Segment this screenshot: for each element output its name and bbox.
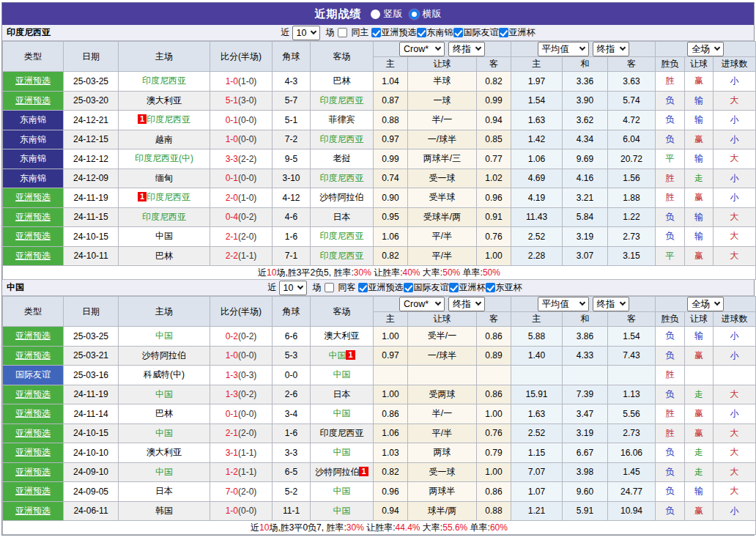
away-team-name[interactable]: 中国 xyxy=(328,350,346,360)
league-type-badge[interactable]: 亚洲预选 xyxy=(3,247,63,266)
home-team-name[interactable]: 巴林 xyxy=(155,408,173,418)
league-type-badge[interactable]: 亚洲预选 xyxy=(3,188,63,207)
away-team-name[interactable]: 老挝 xyxy=(333,153,351,163)
league-type-badge[interactable]: 亚洲预选 xyxy=(3,385,63,404)
league-type-badge[interactable]: 亚洲预选 xyxy=(3,92,63,111)
away-team-name[interactable]: 印度尼西亚 xyxy=(320,134,364,144)
away-team-name[interactable]: 中国 xyxy=(333,369,351,380)
away-team-name[interactable]: 中国 xyxy=(333,486,351,496)
fulltime-score[interactable]: 2-1 xyxy=(226,232,238,242)
home-team-name[interactable]: 印度尼西亚 xyxy=(142,75,186,86)
away-team-name[interactable]: 印度尼西亚 xyxy=(320,231,364,241)
home-team-name[interactable]: 越南 xyxy=(155,134,173,144)
home-team-name[interactable]: 中国 xyxy=(155,467,173,477)
home-team-name[interactable]: 巴林 xyxy=(155,251,173,261)
home-team-name[interactable]: 印度尼西亚 xyxy=(142,212,186,222)
fulltime-score[interactable]: 1-3 xyxy=(226,389,238,399)
scope-select[interactable]: 全场 xyxy=(687,42,724,56)
away-team-name[interactable]: 沙特阿拉伯 xyxy=(320,192,364,202)
league-filter-checkbox[interactable] xyxy=(453,28,463,37)
home-team-name[interactable]: 科威特(中) xyxy=(144,369,185,380)
fulltime-score[interactable]: 5-1 xyxy=(226,95,238,106)
fulltime-score[interactable]: 2-0 xyxy=(226,193,238,203)
fulltime-score[interactable]: 3-3 xyxy=(226,154,238,164)
fulltime-score[interactable]: 1-0 xyxy=(226,134,238,144)
league-filter-checkbox[interactable] xyxy=(499,28,508,37)
away-team-name[interactable]: 印度尼西亚 xyxy=(320,95,364,106)
away-team-name[interactable]: 印度尼西亚 xyxy=(320,173,364,183)
home-team-name[interactable]: 印度尼西亚 xyxy=(147,192,190,202)
league-filter-checkbox[interactable] xyxy=(449,283,459,292)
away-team-name[interactable]: 沙特阿拉伯 xyxy=(315,467,359,477)
away-team-name[interactable]: 澳大利亚 xyxy=(325,330,360,341)
fulltime-score[interactable]: 3-1 xyxy=(226,448,238,458)
recent-count-select[interactable]: 10 xyxy=(292,26,321,40)
scope-select[interactable]: 全场 xyxy=(687,297,724,311)
league-type-badge[interactable]: 东南锦 xyxy=(3,149,63,169)
league-type-badge[interactable]: 东南锦 xyxy=(3,169,63,188)
home-team-name[interactable]: 日本 xyxy=(155,486,173,496)
fulltime-score[interactable]: 0-1 xyxy=(226,173,238,183)
league-filter-checkbox[interactable] xyxy=(404,283,413,292)
away-team-name[interactable]: 日本 xyxy=(333,389,351,399)
away-team-name[interactable]: 日本 xyxy=(333,212,351,222)
home-team-name[interactable]: 缅甸 xyxy=(155,173,173,183)
fulltime-score[interactable]: 2-1 xyxy=(226,428,238,438)
fulltime-score[interactable]: 0-1 xyxy=(226,409,238,419)
home-team-name[interactable]: 澳大利亚 xyxy=(147,95,182,106)
league-type-badge[interactable]: 亚洲预选 xyxy=(3,227,63,246)
fulltime-score[interactable]: 0-2 xyxy=(226,331,238,341)
europe-time-select[interactable]: 终指 xyxy=(593,297,629,311)
league-filter-checkbox[interactable] xyxy=(486,283,495,292)
league-filter-checkbox[interactable] xyxy=(417,28,426,37)
radio-vertical-icon[interactable] xyxy=(371,10,380,19)
europe-avg-select[interactable]: 平均值 xyxy=(538,297,589,311)
away-team-name[interactable]: 印度尼西亚 xyxy=(320,428,364,438)
away-team-name[interactable]: 中国 xyxy=(333,506,351,516)
home-team-name[interactable]: 印度尼西亚(中) xyxy=(135,153,193,163)
home-team-name[interactable]: 沙特阿拉伯 xyxy=(142,350,186,360)
league-type-badge[interactable]: 亚洲预选 xyxy=(3,463,63,482)
fulltime-score[interactable]: 1-0 xyxy=(226,350,238,360)
fulltime-score[interactable]: 0-1 xyxy=(226,115,238,125)
fulltime-score[interactable]: 1-0 xyxy=(226,76,238,86)
home-team-name[interactable]: 中国 xyxy=(155,389,173,399)
fulltime-score[interactable]: 1-3 xyxy=(226,370,238,380)
league-filter-checkbox[interactable] xyxy=(358,283,368,292)
league-type-badge[interactable]: 亚洲预选 xyxy=(3,424,63,443)
bookmaker-select[interactable]: Crow* xyxy=(399,42,445,56)
recent-count-select[interactable]: 10 xyxy=(279,281,308,295)
fulltime-score[interactable]: 1-2 xyxy=(226,467,238,477)
league-type-badge[interactable]: 亚洲预选 xyxy=(3,443,63,462)
bookmaker-select[interactable]: Crow* xyxy=(399,297,445,311)
away-team-name[interactable]: 中国 xyxy=(333,408,351,418)
away-team-name[interactable]: 中国 xyxy=(333,447,351,457)
asian-time-select[interactable]: 终指 xyxy=(448,42,485,56)
home-team-name[interactable]: 韩国 xyxy=(155,506,173,516)
league-type-badge[interactable]: 亚洲预选 xyxy=(3,327,63,346)
home-team-name[interactable]: 中国 xyxy=(155,330,173,341)
league-type-badge[interactable]: 亚洲预选 xyxy=(3,208,63,227)
home-team-name[interactable]: 澳大利亚 xyxy=(147,447,182,457)
league-type-badge[interactable]: 国际友谊 xyxy=(3,366,63,385)
asian-time-select[interactable]: 终指 xyxy=(448,297,485,311)
home-team-name[interactable]: 中国 xyxy=(155,428,173,438)
europe-avg-select[interactable]: 平均值 xyxy=(538,42,589,56)
europe-time-select[interactable]: 终指 xyxy=(593,42,629,56)
league-type-badge[interactable]: 东南锦 xyxy=(3,130,63,149)
away-team-name[interactable]: 印度尼西亚 xyxy=(320,251,364,261)
away-team-name[interactable]: 菲律宾 xyxy=(329,114,355,125)
layout-option-horizontal[interactable]: 横版 xyxy=(410,7,442,21)
same-venue-checkbox[interactable] xyxy=(338,28,347,37)
radio-horizontal-icon[interactable] xyxy=(410,10,419,19)
layout-option-vertical[interactable]: 竖版 xyxy=(371,7,403,21)
league-type-badge[interactable]: 亚洲预选 xyxy=(3,404,63,424)
league-type-badge[interactable]: 亚洲预选 xyxy=(3,482,63,501)
league-type-badge[interactable]: 东南锦 xyxy=(3,111,63,130)
away-team-name[interactable]: 巴林 xyxy=(333,75,351,86)
home-team-name[interactable]: 中国 xyxy=(155,231,173,241)
league-type-badge[interactable]: 亚洲预选 xyxy=(3,72,63,91)
fulltime-score[interactable]: 7-0 xyxy=(226,487,238,497)
league-type-badge[interactable]: 亚洲预选 xyxy=(3,502,63,521)
fulltime-score[interactable]: 1-0 xyxy=(226,506,238,516)
